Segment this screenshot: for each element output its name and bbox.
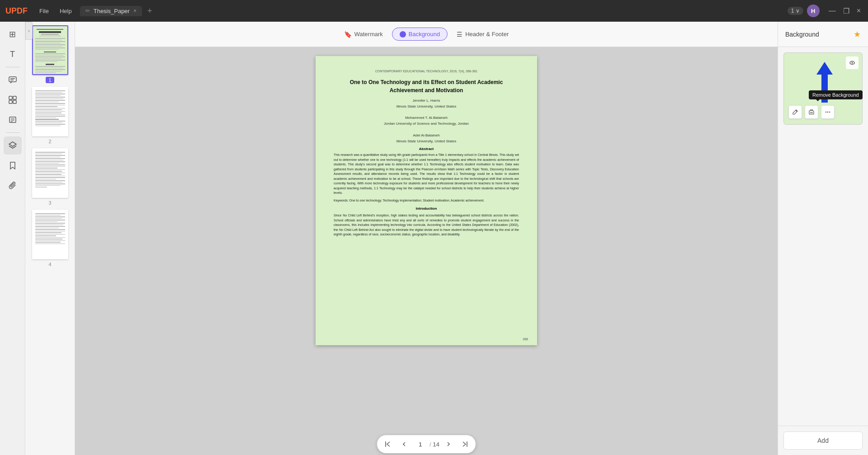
thumbnail-page-num-4: 4 — [46, 261, 54, 267]
sidebar-bookmark-button[interactable] — [4, 156, 22, 174]
sidebar-comment-button[interactable] — [4, 71, 22, 89]
author-2-name: Mohammed T. Al-Bataineh — [334, 115, 519, 121]
nav-total-pages: 14 — [433, 441, 439, 448]
eye-icon — [849, 59, 856, 66]
close-window-button[interactable]: × — [855, 6, 863, 16]
nav-page-input[interactable] — [413, 441, 428, 448]
thumbnail-img-3 — [32, 148, 68, 198]
nav-first-icon — [384, 441, 392, 448]
thumbnail-page-3[interactable]: 3 — [30, 148, 71, 206]
main-layout: ⊞ T — [0, 22, 868, 455]
doc-content[interactable]: CONTEMPORARY EDUCATIONAL TECHNOLOGY, 201… — [75, 47, 778, 433]
doc-page: CONTEMPORARY EDUCATIONAL TECHNOLOGY, 201… — [316, 56, 537, 345]
header-footer-tab-icon: ☰ — [457, 31, 462, 38]
author-2-affil: Jordan University of Science and Technol… — [334, 121, 519, 127]
bg-delete-button[interactable]: Remove Background — [805, 105, 818, 119]
logo-accent: UP — [5, 6, 17, 15]
sidebar-pages-button[interactable]: ⊞ — [4, 25, 22, 43]
form-icon — [8, 115, 17, 124]
bg-more-button[interactable] — [821, 105, 835, 119]
thumbnail-page-num-2: 2 — [46, 138, 54, 145]
edit-tab-icon: ✏ — [85, 8, 90, 14]
document-tab[interactable]: ✏ Thesis_Paper × — [80, 6, 142, 16]
sidebar-collapse-button[interactable]: › — [25, 22, 33, 40]
menu-help[interactable]: Help — [55, 6, 76, 16]
sidebar-form-button[interactable] — [4, 111, 22, 129]
star-button[interactable]: ★ — [854, 29, 861, 39]
doc-area: 🔖 Watermark Background ☰ Header & Footer… — [75, 22, 778, 455]
svg-point-14 — [852, 62, 853, 64]
sidebar-organize-button[interactable] — [4, 91, 22, 109]
svg-rect-4 — [13, 96, 16, 99]
watermark-tab-icon: 🔖 — [344, 31, 352, 38]
thumbnail-page-num-1: 1 — [46, 77, 54, 83]
page-title: One to One Technology and its Effect on … — [334, 78, 519, 94]
tab-watermark[interactable]: 🔖 Watermark — [337, 28, 390, 41]
attachment-icon — [8, 181, 17, 190]
nav-first-button[interactable] — [381, 437, 395, 451]
remove-bg-tooltip: Remove Background — [809, 90, 863, 99]
header-footer-tab-label: Header & Footer — [465, 31, 509, 38]
page-abstract-body: This research was a quantitative study u… — [334, 153, 519, 196]
right-panel-title: Background — [785, 31, 819, 38]
background-tab-icon — [400, 31, 406, 38]
svg-rect-3 — [9, 96, 12, 99]
svg-rect-0 — [9, 77, 16, 82]
organize-icon — [8, 95, 17, 104]
bg-actions-container: Remove Background — [788, 105, 835, 119]
svg-point-23 — [826, 112, 826, 113]
thumbnail-img-2 — [32, 87, 68, 136]
doc-toolbar: 🔖 Watermark Background ☰ Header & Footer — [75, 22, 778, 47]
topbar-right: 1 ∨ H — ❐ × — [788, 5, 863, 17]
app-logo: UPDF — [5, 6, 28, 16]
right-panel-bottom: Add — [778, 426, 868, 455]
more-icon — [825, 109, 831, 115]
close-tab-button[interactable]: × — [133, 8, 137, 14]
nav-controls: / 14 — [377, 435, 476, 453]
edit-icon — [792, 109, 798, 115]
add-button[interactable]: Add — [783, 432, 863, 450]
author-3-name: Adel Al-Bataineh — [334, 133, 519, 139]
author-3-affil: Illinois State University, United States — [334, 139, 519, 145]
topbar: UPDF File Help ✏ Thesis_Paper × + 1 ∨ H … — [0, 0, 868, 22]
right-panel-header: Background ★ — [778, 22, 868, 47]
page-authors: Jennifer L. Harris Illinois State Univer… — [334, 98, 519, 144]
bg-preview-card: Remove Background — [783, 52, 863, 125]
sidebar-layers-button[interactable] — [4, 136, 22, 155]
sidebar-edit-button[interactable]: T — [4, 45, 22, 63]
page-intro-body: Since No Child Left Behind's inception, … — [334, 213, 519, 237]
tab-header-footer[interactable]: ☰ Header & Footer — [449, 28, 516, 41]
tab-background[interactable]: Background — [392, 28, 448, 41]
thumbnail-page-2[interactable]: 2 — [30, 87, 71, 145]
add-tab-button[interactable]: + — [144, 5, 156, 18]
page-number: 368 — [523, 338, 528, 341]
right-panel: Background ★ — [778, 22, 868, 455]
menu-file[interactable]: File — [35, 6, 53, 16]
page-indicator[interactable]: 1 ∨ — [788, 7, 803, 15]
svg-rect-6 — [13, 100, 16, 103]
avatar[interactable]: H — [807, 5, 820, 17]
nav-next-button[interactable] — [441, 437, 456, 451]
nav-last-button[interactable] — [458, 437, 472, 451]
thumbnail-panel: 1 — [25, 22, 75, 455]
nav-separator: / — [429, 441, 431, 448]
eye-button[interactable] — [846, 56, 859, 69]
thumbnail-page-1[interactable]: 1 — [30, 25, 71, 83]
sidebar-attachment-button[interactable] — [4, 176, 22, 194]
minimize-button[interactable]: — — [827, 6, 838, 16]
svg-point-25 — [829, 112, 830, 113]
bookmark-icon — [8, 161, 17, 170]
layers-icon — [8, 141, 17, 150]
nav-prev-button[interactable] — [397, 437, 411, 451]
maximize-button[interactable]: ❐ — [841, 6, 851, 16]
thumbnail-img-1 — [32, 25, 68, 75]
nav-prev-icon — [401, 441, 408, 448]
watermark-tab-label: Watermark — [354, 31, 383, 38]
bg-edit-button[interactable] — [788, 105, 802, 119]
thumbnail-page-4[interactable]: 4 — [30, 210, 71, 267]
sidebar-divider — [6, 67, 19, 67]
sidebar-divider-2 — [6, 132, 19, 133]
page-intro-title: Introduction — [334, 206, 519, 211]
page-keywords: Keywords: One to one technology; Technol… — [334, 198, 519, 203]
page-journal: CONTEMPORARY EDUCATIONAL TECHNOLOGY, 201… — [334, 70, 519, 73]
